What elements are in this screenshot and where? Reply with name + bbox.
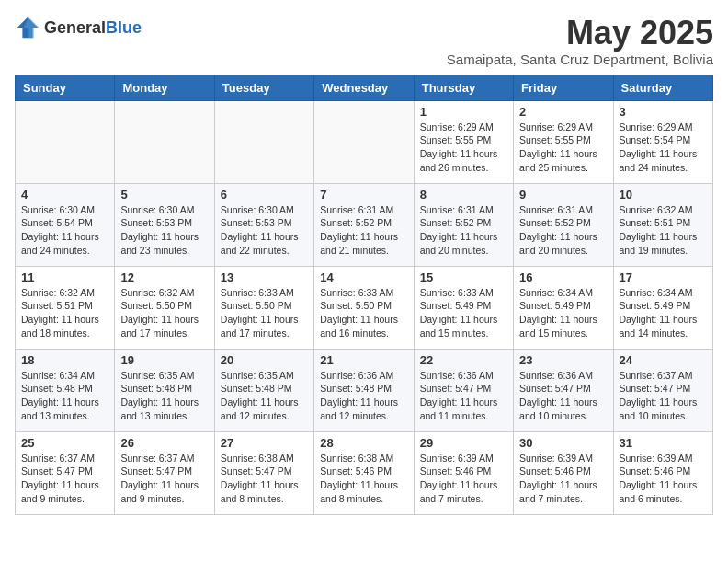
calendar-cell: 13Sunrise: 6:33 AM Sunset: 5:50 PM Dayli… [214, 266, 313, 349]
day-info: Sunrise: 6:37 AM Sunset: 5:47 PM Dayligh… [620, 369, 707, 423]
day-info: Sunrise: 6:34 AM Sunset: 5:48 PM Dayligh… [21, 369, 108, 423]
calendar-header-row: SundayMondayTuesdayWednesdayThursdayFrid… [16, 75, 713, 100]
col-header-saturday: Saturday [613, 75, 712, 100]
logo: GeneralBlue [15, 15, 142, 40]
day-number: 16 [519, 270, 607, 284]
day-number: 24 [620, 353, 707, 367]
calendar-cell: 1Sunrise: 6:29 AM Sunset: 5:55 PM Daylig… [414, 100, 513, 183]
calendar-cell: 24Sunrise: 6:37 AM Sunset: 5:47 PM Dayli… [613, 349, 712, 431]
calendar-cell: 8Sunrise: 6:31 AM Sunset: 5:52 PM Daylig… [414, 183, 513, 266]
calendar-cell: 27Sunrise: 6:38 AM Sunset: 5:47 PM Dayli… [214, 431, 313, 514]
calendar-cell: 15Sunrise: 6:33 AM Sunset: 5:49 PM Dayli… [414, 266, 513, 349]
calendar-cell: 26Sunrise: 6:37 AM Sunset: 5:47 PM Dayli… [115, 431, 214, 514]
calendar-cell: 11Sunrise: 6:32 AM Sunset: 5:51 PM Dayli… [16, 266, 115, 349]
calendar-week-3: 11Sunrise: 6:32 AM Sunset: 5:51 PM Dayli… [16, 266, 713, 349]
day-info: Sunrise: 6:36 AM Sunset: 5:48 PM Dayligh… [320, 369, 407, 423]
day-number: 29 [420, 436, 507, 450]
col-header-monday: Monday [115, 75, 214, 100]
day-number: 25 [21, 436, 108, 450]
logo-icon [15, 15, 40, 40]
day-number: 12 [120, 270, 208, 284]
day-number: 10 [620, 188, 707, 201]
calendar-cell: 9Sunrise: 6:31 AM Sunset: 5:52 PM Daylig… [514, 183, 613, 266]
col-header-tuesday: Tuesday [214, 75, 313, 100]
logo-text: GeneralBlue [44, 18, 142, 38]
day-info: Sunrise: 6:29 AM Sunset: 5:54 PM Dayligh… [620, 121, 707, 175]
calendar-cell: 14Sunrise: 6:33 AM Sunset: 5:50 PM Dayli… [314, 266, 414, 349]
day-number: 23 [519, 353, 607, 367]
day-info: Sunrise: 6:29 AM Sunset: 5:55 PM Dayligh… [420, 121, 507, 175]
calendar-cell: 23Sunrise: 6:36 AM Sunset: 5:47 PM Dayli… [514, 349, 613, 431]
day-info: Sunrise: 6:32 AM Sunset: 5:51 PM Dayligh… [21, 286, 108, 340]
day-number: 19 [120, 353, 208, 367]
day-info: Sunrise: 6:38 AM Sunset: 5:47 PM Dayligh… [221, 452, 308, 506]
calendar-cell: 4Sunrise: 6:30 AM Sunset: 5:54 PM Daylig… [16, 183, 115, 266]
col-header-wednesday: Wednesday [314, 75, 414, 100]
page-header: GeneralBlue May 2025 Samaipata, Santa Cr… [15, 15, 713, 67]
col-header-friday: Friday [514, 75, 613, 100]
calendar-week-5: 25Sunrise: 6:37 AM Sunset: 5:47 PM Dayli… [16, 431, 713, 514]
calendar-cell: 6Sunrise: 6:30 AM Sunset: 5:53 PM Daylig… [214, 183, 313, 266]
location-title: Samaipata, Santa Cruz Department, Bolivi… [447, 52, 713, 67]
calendar-cell: 28Sunrise: 6:38 AM Sunset: 5:46 PM Dayli… [314, 431, 414, 514]
day-info: Sunrise: 6:31 AM Sunset: 5:52 PM Dayligh… [320, 203, 407, 258]
day-info: Sunrise: 6:30 AM Sunset: 5:54 PM Dayligh… [21, 203, 108, 258]
day-number: 18 [21, 353, 108, 367]
calendar-cell: 5Sunrise: 6:30 AM Sunset: 5:53 PM Daylig… [115, 183, 214, 266]
day-number: 9 [519, 188, 607, 201]
calendar-cell [214, 100, 313, 183]
day-number: 15 [420, 270, 507, 284]
day-info: Sunrise: 6:36 AM Sunset: 5:47 PM Dayligh… [420, 369, 507, 423]
day-number: 11 [21, 270, 108, 284]
day-number: 2 [519, 105, 607, 119]
day-info: Sunrise: 6:32 AM Sunset: 5:51 PM Dayligh… [620, 203, 707, 258]
day-number: 5 [120, 188, 208, 201]
calendar-cell [314, 100, 414, 183]
day-info: Sunrise: 6:39 AM Sunset: 5:46 PM Dayligh… [620, 452, 707, 506]
day-info: Sunrise: 6:39 AM Sunset: 5:46 PM Dayligh… [519, 452, 607, 506]
calendar-cell: 19Sunrise: 6:35 AM Sunset: 5:48 PM Dayli… [115, 349, 214, 431]
calendar-cell [16, 100, 115, 183]
title-area: May 2025 Samaipata, Santa Cruz Departmen… [447, 15, 713, 67]
col-header-thursday: Thursday [414, 75, 513, 100]
calendar-cell: 17Sunrise: 6:34 AM Sunset: 5:49 PM Dayli… [613, 266, 712, 349]
day-number: 27 [221, 436, 308, 450]
calendar-cell [115, 100, 214, 183]
day-info: Sunrise: 6:30 AM Sunset: 5:53 PM Dayligh… [221, 203, 308, 258]
day-number: 14 [320, 270, 407, 284]
day-number: 21 [320, 353, 407, 367]
day-info: Sunrise: 6:33 AM Sunset: 5:50 PM Dayligh… [221, 286, 308, 340]
day-number: 7 [320, 188, 407, 201]
calendar-cell: 3Sunrise: 6:29 AM Sunset: 5:54 PM Daylig… [613, 100, 712, 183]
day-number: 30 [519, 436, 607, 450]
day-info: Sunrise: 6:33 AM Sunset: 5:49 PM Dayligh… [420, 286, 507, 340]
day-info: Sunrise: 6:30 AM Sunset: 5:53 PM Dayligh… [120, 203, 208, 258]
day-number: 17 [620, 270, 707, 284]
col-header-sunday: Sunday [16, 75, 115, 100]
day-info: Sunrise: 6:33 AM Sunset: 5:50 PM Dayligh… [320, 286, 407, 340]
day-number: 13 [221, 270, 308, 284]
day-number: 3 [620, 105, 707, 119]
calendar-cell: 10Sunrise: 6:32 AM Sunset: 5:51 PM Dayli… [613, 183, 712, 266]
day-info: Sunrise: 6:29 AM Sunset: 5:55 PM Dayligh… [519, 121, 607, 175]
day-info: Sunrise: 6:38 AM Sunset: 5:46 PM Dayligh… [320, 452, 407, 506]
calendar-table: SundayMondayTuesdayWednesdayThursdayFrid… [15, 75, 713, 515]
day-number: 1 [420, 105, 507, 119]
calendar-cell: 25Sunrise: 6:37 AM Sunset: 5:47 PM Dayli… [16, 431, 115, 514]
calendar-week-2: 4Sunrise: 6:30 AM Sunset: 5:54 PM Daylig… [16, 183, 713, 266]
day-number: 20 [221, 353, 308, 367]
day-number: 4 [21, 188, 108, 201]
day-info: Sunrise: 6:36 AM Sunset: 5:47 PM Dayligh… [519, 369, 607, 423]
calendar-cell: 29Sunrise: 6:39 AM Sunset: 5:46 PM Dayli… [414, 431, 513, 514]
calendar-cell: 20Sunrise: 6:35 AM Sunset: 5:48 PM Dayli… [214, 349, 313, 431]
day-info: Sunrise: 6:31 AM Sunset: 5:52 PM Dayligh… [519, 203, 607, 258]
calendar-cell: 2Sunrise: 6:29 AM Sunset: 5:55 PM Daylig… [514, 100, 613, 183]
day-info: Sunrise: 6:35 AM Sunset: 5:48 PM Dayligh… [120, 369, 208, 423]
day-number: 22 [420, 353, 507, 367]
day-number: 31 [620, 436, 707, 450]
calendar-cell: 22Sunrise: 6:36 AM Sunset: 5:47 PM Dayli… [414, 349, 513, 431]
day-number: 28 [320, 436, 407, 450]
day-info: Sunrise: 6:37 AM Sunset: 5:47 PM Dayligh… [120, 452, 208, 506]
calendar-week-4: 18Sunrise: 6:34 AM Sunset: 5:48 PM Dayli… [16, 349, 713, 431]
calendar-cell: 21Sunrise: 6:36 AM Sunset: 5:48 PM Dayli… [314, 349, 414, 431]
